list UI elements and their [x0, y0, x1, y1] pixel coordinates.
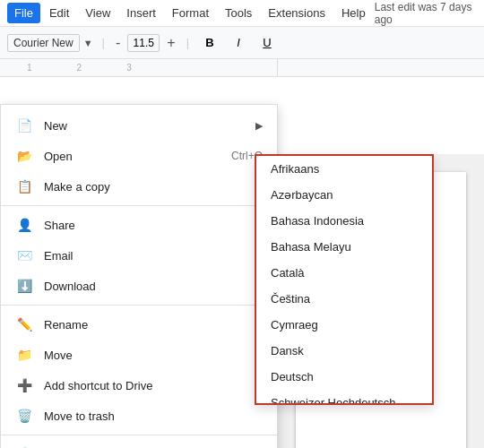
menu-icon-email: ✉️ — [15, 248, 33, 263]
menu-icon-move: 📁 — [15, 348, 33, 362]
menu-item-move[interactable]: 📁 Move — [1, 340, 277, 370]
last-edit-text: Last edit was 7 days ago — [375, 1, 477, 26]
lang-item-5[interactable]: Čeština — [256, 286, 432, 312]
menu-label-trash: Move to trash — [44, 409, 263, 423]
font-size-input[interactable]: 11.5 — [127, 34, 160, 52]
menu-icon-trash: 🗑️ — [15, 409, 33, 423]
menu-icon-shortcut: ➕ — [15, 378, 33, 392]
lang-item-1[interactable]: Azərbaycan — [256, 182, 432, 208]
file-dropdown: 📄 New ▶ 📂 Open Ctrl+O 📋 Make a copy 👤 Sh… — [0, 104, 278, 448]
menu-item-open[interactable]: 📂 Open Ctrl+O — [1, 141, 277, 171]
font-size-decrease[interactable]: - — [114, 35, 122, 51]
menu-icon-rename: ✏️ — [15, 317, 33, 332]
font-name-display[interactable]: Courier New — [7, 34, 80, 52]
menu-icon-download: ⬇️ — [15, 279, 33, 293]
menu-insert[interactable]: Insert — [119, 3, 163, 23]
lang-item-9[interactable]: Schweizer Hochdeutsch — [256, 390, 432, 405]
lang-item-0[interactable]: Afrikaans — [256, 156, 432, 182]
lang-item-7[interactable]: Dansk — [256, 338, 432, 364]
menu-divider — [1, 435, 277, 435]
language-submenu: AfrikaansAzərbaycanBahasa IndonesiaBahas… — [255, 154, 434, 405]
lang-item-3[interactable]: Bahasa Melayu — [256, 234, 432, 260]
menu-help[interactable]: Help — [334, 3, 373, 23]
menu-format[interactable]: Format — [165, 3, 216, 23]
menu-item-shortcut[interactable]: ➕ Add shortcut to Drive — [1, 370, 277, 401]
menu-tools[interactable]: Tools — [218, 3, 259, 23]
menu-label-move: Move — [44, 349, 263, 362]
font-dropdown-arrow[interactable]: ▼ — [83, 38, 93, 48]
menu-icon-open: 📂 — [15, 149, 33, 163]
toolbar-divider1: | — [102, 36, 105, 49]
menu-label-open: Open — [44, 150, 224, 163]
menu-icon-share: 👤 — [15, 218, 33, 232]
menu-extensions[interactable]: Extensions — [261, 3, 333, 23]
lang-item-6[interactable]: Cymraeg — [256, 312, 432, 338]
lang-item-8[interactable]: Deutsch — [256, 364, 432, 390]
italic-button[interactable]: I — [227, 31, 250, 55]
toolbar-divider2: | — [186, 36, 189, 49]
ruler-container: 1 2 3 — [0, 59, 484, 77]
menu-icon-copy: 📋 — [15, 179, 33, 194]
menu-edit[interactable]: Edit — [42, 3, 76, 23]
lang-item-2[interactable]: Bahasa Indonesia — [256, 208, 432, 234]
menu-item-rename[interactable]: ✏️ Rename — [1, 309, 277, 340]
menu-label-email: Email — [44, 249, 255, 263]
menu-divider — [1, 305, 277, 306]
menu-item-trash[interactable]: 🗑️ Move to trash — [1, 401, 277, 431]
ruler-mark-3: 3 — [126, 63, 132, 73]
menu-item-new[interactable]: 📄 New ▶ — [1, 110, 277, 141]
lang-item-4[interactable]: Català — [256, 260, 432, 286]
font-selector: Courier New ▼ — [7, 34, 93, 52]
menu-label-share: Share — [44, 219, 255, 232]
font-size-increase[interactable]: + — [165, 35, 177, 51]
menu-view[interactable]: View — [78, 3, 117, 23]
toolbar: Courier New ▼ | - 11.5 + | B I U — [0, 27, 484, 59]
menu-bar: File Edit View Insert Format Tools Exten… — [0, 0, 484, 27]
ruler-right — [278, 59, 484, 76]
menu-item-email[interactable]: ✉️ Email ▶ — [1, 240, 277, 271]
menu-label-rename: Rename — [44, 318, 263, 332]
menu-label-download: Download — [44, 280, 255, 293]
ruler: 1 2 3 — [0, 59, 278, 76]
menu-icon-new: 📄 — [15, 118, 33, 133]
menu-label-copy: Make a copy — [44, 180, 263, 194]
bold-button[interactable]: B — [198, 31, 221, 55]
menu-item-download[interactable]: ⬇️ Download ▶ — [1, 271, 277, 301]
menu-file[interactable]: File — [7, 3, 40, 23]
main-area: :/f/s $TEMP$\*| 📄 New ▶ 📂 Open Ctrl+O 📋 … — [0, 77, 484, 448]
menu-item-share[interactable]: 👤 Share ▶ — [1, 210, 277, 240]
menu-item-copy[interactable]: 📋 Make a copy — [1, 171, 277, 202]
menu-arrow-new: ▶ — [255, 120, 263, 132]
menu-divider — [1, 205, 277, 206]
ruler-mark-1: 1 — [27, 63, 32, 73]
menu-label-new: New — [44, 119, 255, 133]
ruler-mark-2: 2 — [77, 63, 82, 73]
menu-label-shortcut: Add shortcut to Drive — [44, 379, 263, 392]
menu-item-version[interactable]: 🕐 Version history ▶ — [1, 439, 277, 448]
underline-button[interactable]: U — [255, 31, 279, 55]
